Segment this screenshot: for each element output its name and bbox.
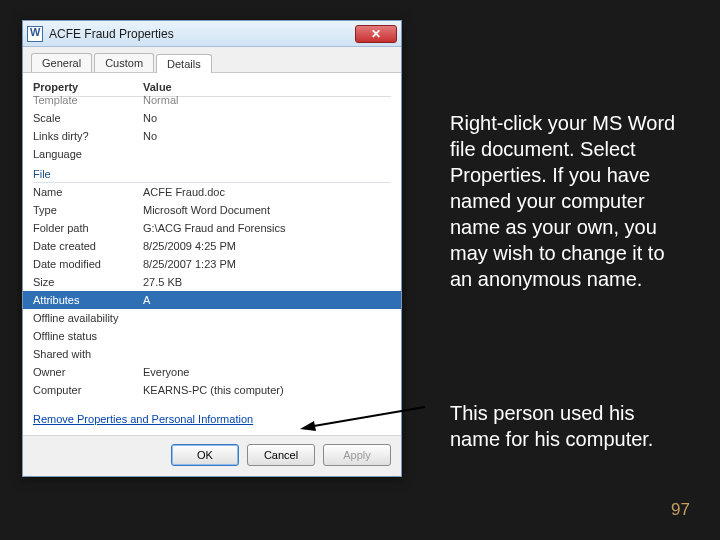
file-row[interactable]: AttributesA — [23, 291, 401, 309]
property-value: G:\ACG Fraud and Forensics — [143, 222, 391, 234]
ok-button[interactable]: OK — [171, 444, 239, 466]
property-label: Date created — [33, 240, 143, 252]
file-row[interactable]: Offline status — [33, 327, 391, 345]
property-value: 8/25/2007 1:23 PM — [143, 258, 391, 270]
tab-general[interactable]: General — [31, 53, 92, 72]
file-row[interactable]: Date modified8/25/2007 1:23 PM — [33, 255, 391, 273]
property-label: Language — [33, 148, 143, 160]
top-row[interactable]: TemplateNormal — [33, 91, 391, 109]
property-label: Template — [33, 94, 143, 106]
property-value: Normal — [143, 94, 391, 106]
titlebar[interactable]: ACFE Fraud Properties ✕ — [23, 21, 401, 47]
page-number: 97 — [671, 500, 690, 520]
close-button[interactable]: ✕ — [355, 25, 397, 43]
file-row[interactable]: Offline availability — [33, 309, 391, 327]
file-row[interactable]: Date created8/25/2009 4:25 PM — [33, 237, 391, 255]
tabstrip: General Custom Details — [23, 47, 401, 73]
property-value: Microsoft Word Document — [143, 204, 391, 216]
property-label: Links dirty? — [33, 130, 143, 142]
property-label: Owner — [33, 366, 143, 378]
property-value: No — [143, 130, 391, 142]
property-value: 27.5 KB — [143, 276, 391, 288]
word-document-icon — [27, 26, 43, 42]
file-row[interactable]: Size27.5 KB — [33, 273, 391, 291]
property-label: Computer — [33, 384, 143, 396]
property-label: Shared with — [33, 348, 143, 360]
tab-details[interactable]: Details — [156, 54, 212, 73]
file-row[interactable]: NameACFE Fraud.doc — [33, 183, 391, 201]
details-pane: Property Value TemplateNormalScaleNoLink… — [23, 73, 401, 399]
top-row[interactable]: Language — [33, 145, 391, 163]
property-label: Offline availability — [33, 312, 143, 324]
file-row[interactable]: OwnerEveryone — [33, 363, 391, 381]
group-file: File — [33, 165, 391, 183]
property-value: KEARNS-PC (this computer) — [143, 384, 391, 396]
file-row[interactable]: ComputerKEARNS-PC (this computer) — [33, 381, 391, 399]
apply-button[interactable]: Apply — [323, 444, 391, 466]
property-label: Name — [33, 186, 143, 198]
property-value: A — [143, 294, 391, 306]
caption-note: This person used his name for his comput… — [450, 400, 690, 452]
property-value: No — [143, 112, 391, 124]
tab-custom[interactable]: Custom — [94, 53, 154, 72]
property-label: Folder path — [33, 222, 143, 234]
file-row[interactable]: Folder pathG:\ACG Fraud and Forensics — [33, 219, 391, 237]
top-row[interactable]: Links dirty?No — [33, 127, 391, 145]
close-icon: ✕ — [371, 27, 381, 41]
cancel-button[interactable]: Cancel — [247, 444, 315, 466]
properties-dialog: ACFE Fraud Properties ✕ General Custom D… — [22, 20, 402, 477]
property-label: Type — [33, 204, 143, 216]
property-label: Offline status — [33, 330, 143, 342]
dialog-buttons: OK Cancel Apply — [23, 435, 401, 476]
file-row[interactable]: Shared with — [33, 345, 391, 363]
remove-properties-link[interactable]: Remove Properties and Personal Informati… — [23, 399, 401, 435]
property-label: Scale — [33, 112, 143, 124]
property-label: Size — [33, 276, 143, 288]
property-label: Date modified — [33, 258, 143, 270]
property-value: Everyone — [143, 366, 391, 378]
property-value: 8/25/2009 4:25 PM — [143, 240, 391, 252]
instruction-note: Right-click your MS Word file document. … — [450, 110, 690, 292]
property-value: ACFE Fraud.doc — [143, 186, 391, 198]
window-title: ACFE Fraud Properties — [49, 27, 355, 41]
property-label: Attributes — [33, 294, 143, 306]
top-row[interactable]: ScaleNo — [33, 109, 391, 127]
file-row[interactable]: TypeMicrosoft Word Document — [33, 201, 391, 219]
